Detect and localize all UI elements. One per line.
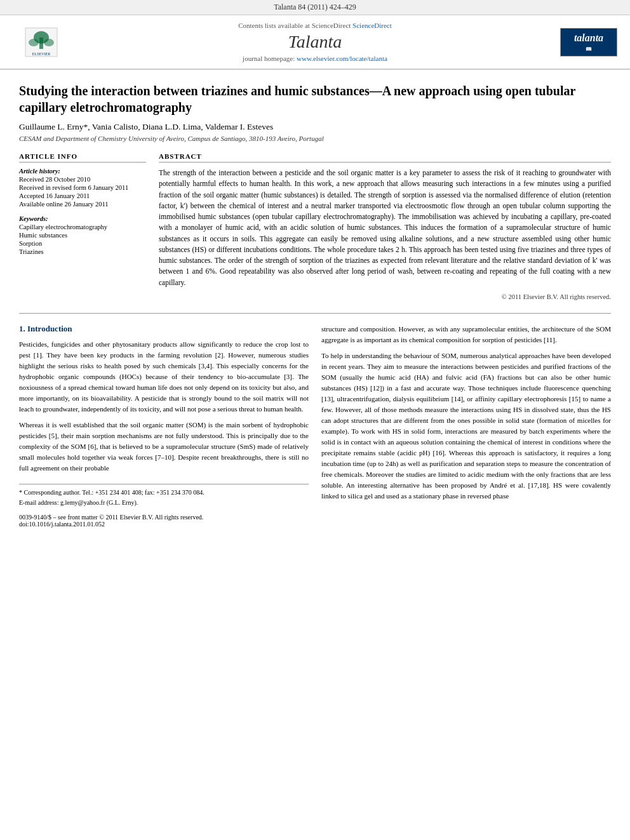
copyright: © 2011 Elsevier B.V. All rights reserved…	[159, 293, 611, 300]
svg-point-3	[29, 39, 39, 46]
info-abstract-section: Article Info Article history: Received 2…	[19, 152, 611, 300]
revised-date: Received in revised form 6 January 2011	[19, 184, 146, 191]
footnote-corresponding: * Corresponding author. Tel.: +351 234 4…	[19, 488, 309, 497]
intro-para-1: Pesticides, fungicides and other phytosa…	[19, 339, 309, 415]
footnotes: * Corresponding author. Tel.: +351 234 4…	[19, 484, 309, 507]
body-right-col: structure and composition. However, as w…	[321, 324, 611, 528]
homepage-url[interactable]: www.elsevier.com/locate/talanta	[297, 55, 387, 62]
article-info-header: Article Info	[19, 152, 146, 163]
article-title: Studying the interaction between triazin…	[19, 83, 611, 116]
abstract-header: ABSTRACT	[159, 152, 611, 163]
accepted-date: Accepted 16 January 2011	[19, 192, 146, 199]
main-content: Studying the interaction between triazin…	[0, 70, 630, 540]
talanta-logo: talanta 📖	[560, 28, 617, 57]
page-footer: 0039-9140/$ – see front matter © 2011 El…	[19, 514, 309, 528]
authors-text: Guillaume L. Erny*, Vania Calisto, Diana…	[19, 122, 273, 131]
body-left-col: 1. Introduction Pesticides, fungicides a…	[19, 324, 309, 528]
right-para-2: To help in understanding the behaviour o…	[321, 350, 611, 502]
section-divider	[19, 313, 611, 314]
svg-text:ELSEVIER: ELSEVIER	[32, 52, 50, 56]
keyword-2: Humic substances	[19, 232, 146, 239]
doi-line: doi:10.1016/j.talanta.2011.01.052	[19, 521, 309, 528]
affiliation: CESAM and Department of Chemistry Univer…	[19, 135, 611, 142]
keywords-label: Keywords:	[19, 215, 146, 222]
body-section: 1. Introduction Pesticides, fungicides a…	[19, 324, 611, 528]
svg-rect-2	[39, 37, 43, 49]
journal-header: ELSEVIER Contents lists available at Sci…	[0, 15, 630, 70]
svg-point-4	[44, 39, 54, 46]
journal-homepage: journal homepage: www.elsevier.com/locat…	[70, 55, 560, 62]
elsevier-tree-icon: ELSEVIER	[22, 25, 60, 60]
journal-center: Contents lists available at ScienceDirec…	[70, 22, 560, 62]
keywords-section: Keywords: Capillary electrochromatograph…	[19, 215, 146, 255]
sciencedirect-link-text[interactable]: ScienceDirect	[352, 22, 392, 29]
footnote-email: E-mail address: g.lemy@yahoo.fr (G.L. Er…	[19, 498, 309, 507]
article-info-col: Article Info Article history: Received 2…	[19, 152, 146, 300]
keyword-3: Sorption	[19, 240, 146, 247]
journal-title: Talanta	[70, 32, 560, 52]
right-para-1: structure and composition. However, as w…	[321, 324, 611, 345]
received-date: Received 28 October 2010	[19, 176, 146, 183]
keyword-4: Triazines	[19, 248, 146, 255]
abstract-col: ABSTRACT The strength of the interaction…	[159, 152, 611, 300]
available-date: Available online 26 January 2011	[19, 201, 146, 208]
abstract-text: The strength of the interaction between …	[159, 168, 611, 288]
elsevier-logo: ELSEVIER	[13, 25, 70, 60]
history-label: Article history:	[19, 168, 146, 175]
sciencedirect-line: Contents lists available at ScienceDirec…	[70, 22, 560, 29]
authors-line: Guillaume L. Erny*, Vania Calisto, Diana…	[19, 122, 611, 132]
keyword-1: Capillary electrochromatography	[19, 223, 146, 230]
citation-bar: Talanta 84 (2011) 424–429	[0, 0, 630, 15]
issn-line: 0039-9140/$ – see front matter © 2011 El…	[19, 514, 309, 521]
intro-heading: 1. Introduction	[19, 324, 309, 334]
intro-para-2: Whereas it is well established that the …	[19, 420, 309, 474]
citation-text: Talanta 84 (2011) 424–429	[274, 3, 356, 11]
